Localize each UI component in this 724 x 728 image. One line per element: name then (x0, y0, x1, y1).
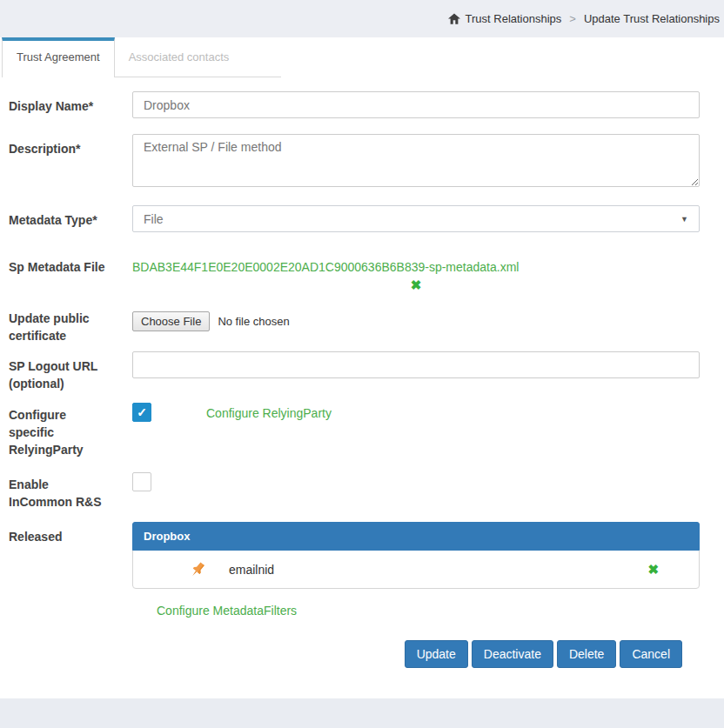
released-row: Released Dropbox emailnid ✖ (9, 522, 700, 589)
breadcrumb-separator: > (566, 12, 579, 25)
remove-attribute-icon[interactable]: ✖ (647, 562, 659, 578)
metadata-type-select[interactable]: File ▼ (132, 205, 700, 232)
breadcrumb: Trust Relationships > Update Trust Relat… (448, 12, 720, 25)
topbar: Trust Relationships > Update Trust Relat… (0, 0, 724, 37)
remove-metadata-file-icon[interactable]: ✖ (411, 277, 422, 293)
sp-logout-url-input[interactable] (132, 351, 700, 378)
configure-relyingparty-link[interactable]: Configure RelyingParty (206, 400, 332, 422)
configure-relyingparty-checkbox[interactable]: ✓ (132, 403, 151, 422)
released-attribute-name: emailnid (229, 563, 647, 577)
metadata-type-row: Metadata Type* File ▼ (9, 205, 700, 232)
configure-relyingparty-row: Configure specific RelyingParty ✓ Config… (9, 400, 700, 458)
sp-metadata-file-link[interactable]: BDAB3E44F1E0E20E0002E20AD1C9000636B6B839… (132, 258, 519, 276)
pin-icon[interactable] (189, 561, 206, 578)
released-attributes-panel: Dropbox emailnid ✖ (132, 522, 700, 589)
released-attribute-row: emailnid ✖ (133, 551, 699, 588)
metadata-filters-row: Configure MetadataFilters (9, 602, 700, 619)
home-icon (448, 13, 460, 24)
tab-trust-agreement[interactable]: Trust Agreement (2, 37, 115, 77)
cancel-button[interactable]: Cancel (620, 640, 682, 668)
description-label: Description* (9, 134, 132, 157)
configure-relyingparty-label: Configure specific RelyingParty (9, 400, 132, 458)
enable-incommon-checkbox[interactable]: ✓ (132, 472, 151, 491)
sp-metadata-file-label: Sp Metadata File (9, 258, 132, 276)
certificate-file-input: Choose File No file chosen (132, 307, 700, 331)
released-label: Released (9, 522, 132, 545)
footer-bar (0, 698, 724, 728)
update-certificate-label: Update public certificate (9, 307, 132, 344)
sp-logout-url-row: SP Logout URL (optional) (9, 351, 700, 392)
tab-associated-contacts[interactable]: Associated contacts (115, 37, 282, 77)
update-button[interactable]: Update (405, 640, 468, 668)
sp-logout-url-label: SP Logout URL (optional) (9, 351, 132, 392)
description-row: Description* External SP / File method (9, 134, 700, 190)
trust-agreement-form: Display Name* Description* External SP /… (0, 77, 724, 694)
released-panel-title: Dropbox (132, 522, 700, 551)
metadata-type-label: Metadata Type* (9, 205, 132, 229)
display-name-row: Display Name* (9, 91, 700, 118)
update-certificate-row: Update public certificate Choose File No… (9, 307, 700, 344)
page: Trust Relationships > Update Trust Relat… (0, 0, 724, 728)
action-buttons: Update Deactivate Delete Cancel (9, 640, 682, 668)
tab-bar: Trust Agreement Associated contacts (0, 37, 724, 77)
choose-file-button[interactable]: Choose File (132, 311, 210, 331)
breadcrumb-update-trust-relationships[interactable]: Update Trust Relationships (584, 12, 720, 25)
sp-metadata-file-row: Sp Metadata File BDAB3E44F1E0E20E0002E20… (9, 258, 700, 293)
configure-metadatafilters-link[interactable]: Configure MetadataFilters (157, 602, 297, 619)
breadcrumb-trust-relationships[interactable]: Trust Relationships (466, 12, 562, 25)
delete-button[interactable]: Delete (557, 640, 616, 668)
deactivate-button[interactable]: Deactivate (472, 640, 553, 668)
description-textarea[interactable]: External SP / File method (132, 134, 700, 187)
chevron-down-icon: ▼ (680, 215, 688, 224)
display-name-label: Display Name* (9, 91, 132, 115)
metadata-type-selected-value: File (144, 212, 164, 226)
enable-incommon-row: Enable InCommon R&S ✓ (9, 470, 700, 511)
enable-incommon-label: Enable InCommon R&S (9, 470, 132, 511)
display-name-input[interactable] (132, 91, 700, 118)
file-chosen-status: No file chosen (218, 315, 289, 328)
check-icon: ✓ (137, 406, 147, 418)
